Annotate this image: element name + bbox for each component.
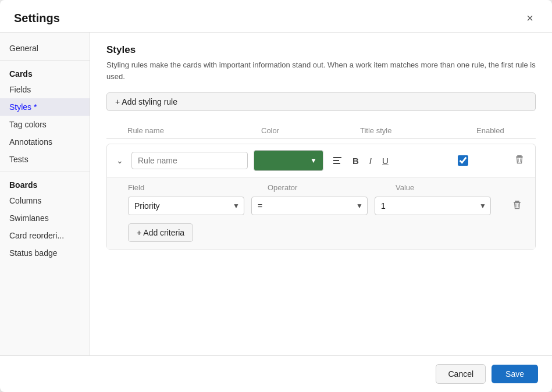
color-chevron-icon: ▼ [310,156,317,165]
delete-rule-button[interactable] [511,152,528,169]
underline-button[interactable]: U [379,154,392,168]
criteria-operator-header: Operator [268,183,396,192]
sidebar-item-tests[interactable]: Tests [0,151,90,168]
section-description: Styling rules make the cards with import… [106,59,536,82]
sidebar-item-tag-colors[interactable]: Tag colors [0,116,90,133]
criteria-header: Field Operator Value [128,183,526,192]
table-header: Rule name Color Title style Enabled [106,123,536,139]
sidebar-item-styles[interactable]: Styles * [0,98,90,116]
rule-name-input[interactable] [131,152,248,169]
svg-rect-2 [333,163,340,164]
dialog-body: General Cards Fields Styles * Tag colors… [0,33,552,355]
criteria-row: Priority ▼ = ▼ [128,197,526,215]
col-color: Color [261,126,360,135]
add-styling-rule-button[interactable]: + Add styling rule [106,92,536,111]
operator-select[interactable]: = [251,197,368,215]
color-picker-button[interactable]: ▼ [254,150,323,171]
delete-criteria-button[interactable] [508,197,526,215]
criteria-value-header: Value [396,183,512,192]
color-swatch [260,155,308,166]
criteria-section: Field Operator Value Priority ▼ [107,177,535,249]
sidebar-item-status-badge[interactable]: Status badge [0,244,90,262]
col-title-style: Title style [360,126,476,135]
criteria-actions-header [512,183,535,192]
bold-button[interactable]: B [349,154,362,168]
cancel-button[interactable]: Cancel [436,364,486,384]
col-actions [546,126,552,135]
dialog-title: Settings [14,12,60,25]
svg-rect-3 [517,155,522,156]
section-title: Styles [106,44,536,56]
field-select-wrapper: Priority ▼ [128,197,244,215]
svg-rect-7 [515,201,519,202]
dialog-footer: Cancel Save [0,355,552,392]
main-content: Styles Styling rules make the cards with… [90,33,552,355]
value-select[interactable]: 1 [375,197,491,215]
sidebar-section-boards: Boards [0,176,90,192]
sidebar-item-card-reordering[interactable]: Card reorderi... [0,227,90,244]
operator-select-wrapper: = ▼ [251,197,368,215]
sidebar: General Cards Fields Styles * Tag colors… [0,33,90,355]
sidebar-item-annotations[interactable]: Annotations [0,133,90,151]
rule-top: ⌄ ▼ [107,144,535,177]
sidebar-divider-2 [0,172,90,172]
value-select-wrapper: 1 ▼ [375,197,491,215]
italic-button[interactable]: I [366,154,375,168]
svg-rect-1 [333,160,339,161]
text-align-button[interactable] [329,154,346,168]
field-select[interactable]: Priority [128,197,244,215]
criteria-field-header: Field [128,183,268,192]
expand-rule-button[interactable]: ⌄ [114,155,126,166]
sidebar-divider [0,60,90,61]
col-rule-name: Rule name [127,126,261,135]
add-criteria-button[interactable]: + Add criteria [128,223,193,242]
title-style-group: B I U [329,154,434,168]
save-button[interactable]: Save [492,365,538,383]
svg-rect-0 [333,157,341,158]
rule-row: ⌄ ▼ [106,144,536,250]
enabled-checkbox[interactable] [458,155,468,166]
sidebar-item-swimlanes[interactable]: Swimlanes [0,209,90,227]
sidebar-item-fields[interactable]: Fields [0,81,90,98]
dialog-header: Settings × [0,0,552,33]
sidebar-section-cards: Cards [0,65,90,81]
sidebar-item-general[interactable]: General [0,40,90,57]
sidebar-item-columns[interactable]: Columns [0,192,90,209]
enabled-cell [440,155,486,166]
close-button[interactable]: × [522,9,538,27]
settings-dialog: Settings × General Cards Fields Styles *… [0,0,552,392]
col-enabled: Enabled [476,126,546,135]
